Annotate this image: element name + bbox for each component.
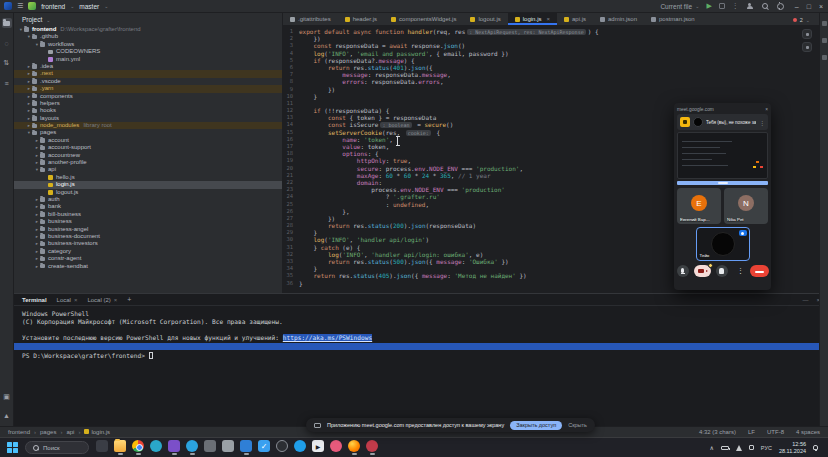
tree-item-another-profile[interactable]: ▸another-profile (14, 159, 282, 166)
notification-bell-icon[interactable] (813, 445, 818, 450)
editor-tab-componentsWidget.js[interactable]: componentsWidget.js (384, 13, 463, 25)
tree-item-hello.js[interactable]: hello.js (14, 174, 282, 181)
camera-button[interactable] (694, 265, 711, 277)
volume-icon[interactable] (749, 445, 754, 450)
project-name[interactable]: frontend (41, 3, 65, 10)
code-line[interactable]: 9 }) (283, 86, 822, 93)
breadcrumb-item[interactable]: login.js (84, 429, 110, 435)
project-tool-icon[interactable] (2, 18, 12, 28)
tree-item-frontend[interactable]: ▾frontendD:\Workspace\grafter\frontend (14, 26, 282, 33)
status-segment[interactable]: 4 spaces (796, 429, 820, 435)
tree-item-constr-agent[interactable]: ▸constr-agent (14, 255, 282, 262)
taskbar-search[interactable]: Поиск (25, 441, 89, 454)
vcs-branch-name[interactable]: master (79, 3, 99, 10)
meet-more-options-button[interactable] (733, 265, 745, 277)
tree-item-business-angel[interactable]: ▸business-angel (14, 226, 282, 233)
profile-icon[interactable] (746, 2, 754, 10)
database-tool-icon[interactable] (822, 38, 827, 43)
network-icon[interactable] (736, 445, 742, 451)
terminal-output[interactable]: Windows PowerShell (C) Корпорация Майкро… (14, 306, 828, 360)
tree-item-layouts[interactable]: ▸layouts (14, 115, 282, 122)
powershell-update-link[interactable]: https://aka.ms/PSWindows (283, 334, 372, 341)
notifications-tool-icon[interactable] (822, 21, 827, 26)
pull-requests-tool-icon[interactable]: ⇅ (2, 58, 12, 68)
participant-tile[interactable]: ЕЕвгений Вар… (677, 188, 721, 224)
tree-item-logout.js[interactable]: logout.js (14, 189, 282, 196)
tree-item-workflows[interactable]: ▾workflows (14, 41, 282, 48)
tree-item-business-document[interactable]: ▸business-document (14, 233, 282, 240)
breadcrumb-item[interactable]: api (66, 429, 74, 435)
tree-item-login.js[interactable]: login.js (14, 181, 282, 188)
taskbar-app-vscode[interactable] (239, 440, 253, 455)
raise-hand-button[interactable] (716, 265, 728, 277)
editor-tab-postman.json[interactable]: postman.json (644, 13, 702, 25)
problems-tool-icon[interactable]: ▲ (2, 410, 12, 420)
terminal-tab-local-2[interactable]: Local (2)× (87, 297, 117, 303)
taskbar-app-skype[interactable] (293, 440, 307, 455)
project-panel-title[interactable]: Project (22, 16, 42, 23)
code-line[interactable]: 1export default async function handler(r… (283, 28, 822, 35)
ai-widget-button[interactable] (802, 42, 812, 52)
tree-item-components[interactable]: ▸components (14, 93, 282, 100)
tree-item-bank[interactable]: ▸bank (14, 203, 282, 210)
tree-item-helpers[interactable]: ▸helpers (14, 100, 282, 107)
stop-sharing-button[interactable]: Закрыть доступ (510, 421, 562, 430)
start-button[interactable] (6, 441, 19, 454)
code-line[interactable]: 3 const responseData = await response.js… (283, 42, 822, 49)
status-segment[interactable]: LF (748, 429, 755, 435)
microphone-button[interactable] (677, 265, 689, 277)
tree-item-auth[interactable]: ▸auth (14, 196, 282, 203)
taskbar-app-red-app[interactable] (365, 440, 379, 455)
breadcrumb-item[interactable]: frontend (8, 429, 30, 435)
hide-notification-link[interactable]: Скрыть (568, 422, 587, 428)
taskbar-app-tasks-app[interactable]: ✓ (257, 440, 271, 455)
settings-gear-icon[interactable] (776, 2, 784, 10)
editor-tab-api.js[interactable]: api.js (557, 13, 593, 25)
taskbar-app-design-app[interactable]: ▶ (311, 440, 325, 455)
editor-tab-login.js[interactable]: login.js× (508, 13, 557, 25)
tree-item-bill-business[interactable]: ▸bill-business (14, 211, 282, 218)
taskbar-app-git-app[interactable] (203, 440, 217, 455)
end-call-button[interactable] (750, 265, 769, 277)
new-terminal-tab-button[interactable]: + (127, 296, 131, 303)
structure-tool-icon[interactable]: ≡ (2, 78, 12, 88)
taskbar-app-edge-browser[interactable] (149, 440, 163, 455)
tree-item-accountnew[interactable]: ▸accountnew (14, 152, 282, 159)
run-button[interactable]: ▶ (706, 2, 711, 10)
editor-tab-header.js[interactable]: header.js (338, 13, 384, 25)
taskbar-clock[interactable]: 12:56 28.11.2024 (779, 441, 806, 454)
status-segment[interactable]: 4:32 (3 chars) (699, 429, 736, 435)
tree-item-main.yml[interactable]: main.yml (14, 56, 282, 63)
more-actions-icon[interactable]: ⋮ (732, 2, 739, 10)
taskbar-app-remote-app[interactable] (221, 440, 235, 455)
tree-item-account-support[interactable]: ▸account-support (14, 144, 282, 151)
gradle-tool-icon[interactable] (822, 55, 827, 60)
editor-tab-admin.json[interactable]: admin.json (593, 13, 644, 25)
tree-item-.next[interactable]: ▸.next (14, 70, 282, 77)
terminal-tab-local[interactable]: Local× (57, 297, 78, 303)
terminal-tool-icon[interactable]: ▣ (2, 392, 12, 402)
window-minimize-button[interactable]: – (795, 3, 799, 10)
tree-item-CODEOWNERS[interactable]: CODEOWNERS (14, 48, 282, 55)
taskbar-app-telegram[interactable] (185, 440, 199, 455)
window-close-button[interactable]: × (819, 3, 823, 10)
taskbar-app-browser-app[interactable] (275, 440, 289, 455)
code-line[interactable]: 8 errors: responseData.errors, (283, 78, 822, 85)
participant-tile[interactable]: NNika Pet (724, 188, 768, 224)
inspections-widget[interactable]: 2 ⌄ (793, 15, 810, 24)
sticky-widget-button[interactable] (802, 29, 812, 39)
tree-item-account[interactable]: ▸account (14, 137, 282, 144)
meet-close-icon[interactable]: × (765, 107, 768, 112)
taskbar-app-chat-app[interactable] (95, 440, 109, 455)
run-configuration-select[interactable]: Current file ⌄ (660, 3, 699, 10)
code-line[interactable]: 7 message: responseData.message, (283, 71, 822, 78)
main-menu-icon[interactable]: ☰ (17, 2, 23, 10)
code-line[interactable]: 6 return res.status(401).json({ (283, 64, 822, 71)
window-maximize-button[interactable]: □ (807, 3, 811, 10)
tree-item-.yarn[interactable]: ▸.yarn (14, 85, 282, 92)
tree-item-hooks[interactable]: ▸hooks (14, 107, 282, 114)
code-line[interactable]: 2 }) (283, 35, 822, 42)
taskbar-app-chrome[interactable] (131, 440, 145, 455)
media-more-icon[interactable]: ⋮ (759, 119, 765, 126)
commit-tool-icon[interactable]: ◌ (2, 38, 12, 48)
